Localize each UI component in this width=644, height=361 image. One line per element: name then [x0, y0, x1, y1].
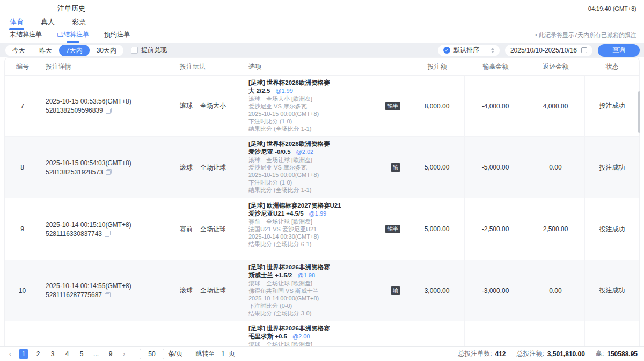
- sort-label: 默认排序: [453, 46, 479, 55]
- sort-select[interactable]: ✓ 默认排序: [438, 45, 500, 56]
- bet-table: 编号投注详情投注玩法选项投注额输赢金额返还金额状态 72025-10-15 00…: [4, 57, 640, 346]
- cell-row-number: 8: [5, 137, 40, 198]
- option-odds: @1.98: [298, 272, 316, 278]
- result-score: 结果比分 (全场比分 6-1): [248, 241, 379, 248]
- cell-bet-detail: 2025-10-14 00:14:41(GMT+8): [40, 321, 174, 346]
- subtab-unsettled[interactable]: 未结算注单: [9, 29, 43, 43]
- option-odds: @2.00: [292, 333, 310, 340]
- match-teams: 爱沙尼亚 VS 摩尔多瓦: [248, 103, 379, 110]
- tab-lottery[interactable]: 彩票: [71, 16, 87, 30]
- subtab-reserved[interactable]: 预约注单: [103, 29, 131, 43]
- page-size-input[interactable]: [140, 349, 164, 359]
- sort-arrows-icon: [491, 48, 494, 53]
- column-header-7: 返还金额: [526, 62, 585, 71]
- cell-row-number: 10: [5, 260, 40, 321]
- table-body: 72025-10-15 00:53:56(GMT+8)5281382509596…: [5, 76, 639, 346]
- result-badge: 输半: [385, 225, 400, 233]
- cell-play-type: 滚球全场让球: [174, 321, 244, 346]
- cell-play-type: 滚球全场让球: [174, 260, 244, 321]
- table-row: 82025-10-15 00:54:03(GMT+8)5281382531928…: [5, 137, 639, 198]
- cell-bet-detail: 2025-10-14 00:14:55(GMT+8)52811162877756…: [40, 260, 174, 321]
- cell-return-amount: 4,000.00: [526, 76, 585, 136]
- table-row: 92025-10-14 00:15:10(GMT+8)5281116330837…: [5, 198, 639, 260]
- option-league: [足球] 世界杯2026欧洲资格赛: [248, 79, 379, 86]
- server-time: 04:19:40 (GMT+8): [588, 5, 636, 12]
- search-button[interactable]: 查询: [598, 44, 640, 57]
- filter-right: ✓ 默认排序 2025/10/10-2025/10/16 查询: [433, 44, 640, 57]
- early-cashout-label[interactable]: 提前兑现: [141, 46, 167, 55]
- cell-bet-amount: 3,000.00: [409, 260, 465, 321]
- next-page-button[interactable]: ›: [120, 350, 128, 358]
- option-market: 赛前 全场让球 [欧洲盘]: [248, 218, 379, 225]
- calendar-icon: [581, 47, 587, 53]
- early-cashout-checkbox[interactable]: [131, 47, 138, 54]
- filter-bar: 今天昨天7天内30天内 提前兑现 ✓ 默认排序 2025/10/10-2025/…: [0, 43, 644, 57]
- page-button-4[interactable]: 4: [62, 349, 72, 359]
- jump-unit: 页: [229, 349, 235, 358]
- bet-score: 下注时比分 (1-0): [248, 179, 379, 186]
- page-button-9[interactable]: 9: [106, 349, 115, 359]
- column-header-3: 投注玩法: [174, 62, 244, 71]
- bet-time: 2025-10-15 00:54:03(GMT+8): [46, 159, 174, 167]
- option-selection-line: 大 2/2.5@1.99: [248, 87, 379, 94]
- total-count-label: 总投注单数:: [458, 349, 492, 358]
- result-badge: 输半: [385, 102, 400, 110]
- option-market: 滚球 全场大小 [欧洲盘]: [248, 95, 379, 102]
- table-row: 72025-10-15 00:53:56(GMT+8)5281382509596…: [5, 76, 639, 137]
- option-league: [足球] 世界杯2026非洲资格赛: [248, 325, 379, 332]
- copy-icon[interactable]: [105, 231, 111, 237]
- match-teams: 法国U21 VS 爱沙尼亚U21: [248, 226, 379, 233]
- ticket-line: 5281382509596839: [46, 107, 174, 114]
- range-7days[interactable]: 7天内: [59, 45, 90, 56]
- cell-bet-amount: 5,000.00: [409, 137, 465, 198]
- page-button-3[interactable]: 3: [48, 349, 57, 359]
- copy-icon[interactable]: [106, 108, 112, 114]
- match-time: 2025-10-14 00:00(GMT+8): [248, 295, 379, 302]
- page-button-5[interactable]: 5: [77, 349, 86, 359]
- tab-sports[interactable]: 体育: [9, 16, 25, 30]
- cell-play-type: 赛前全场让球: [174, 198, 244, 260]
- cell-win-loss: -3,000.00: [465, 260, 526, 321]
- range-yesterday[interactable]: 昨天: [32, 45, 59, 56]
- tab-live[interactable]: 真人: [40, 16, 56, 30]
- option-selection: 毛里求斯 +0.5: [248, 333, 287, 340]
- table-header: 编号投注详情投注玩法选项投注额输赢金额返还金额状态: [5, 58, 639, 76]
- cell-bet-detail: 2025-10-14 00:15:10(GMT+8)52811163308377…: [40, 198, 174, 260]
- bet-time: 2025-10-15 00:53:56(GMT+8): [46, 98, 174, 105]
- option-selection: 爱沙尼亚U21 +4.5/5: [248, 210, 304, 217]
- column-header-5: 投注额: [409, 62, 465, 71]
- prev-page-button[interactable]: ‹: [6, 350, 14, 358]
- play-market: 全场让球: [200, 286, 226, 295]
- ticket-number: 5281382531928573: [46, 168, 103, 176]
- table-row: 112025-10-14 00:14:41(GMT+8)滚球全场让球[足球] 世…: [5, 321, 639, 346]
- option-odds: @2.02: [296, 149, 314, 155]
- jump-page-input[interactable]: 1: [221, 350, 225, 358]
- option-odds: @1.99: [275, 87, 293, 94]
- total-amount-label: 总投注额:: [517, 349, 544, 358]
- page-button-2[interactable]: 2: [33, 349, 43, 359]
- page-button-1[interactable]: 1: [19, 349, 28, 359]
- cell-option: [足球] 世界杯2026非洲资格赛毛里求斯 +0.5@2.00滚球 全场让球 […: [244, 321, 409, 346]
- summary-count: 总投注单数: 412: [458, 349, 506, 358]
- cell-return-amount: 2,500.00: [526, 198, 585, 260]
- play-market: 全场让球: [200, 225, 226, 234]
- ticket-line: 5281116330837743: [46, 230, 174, 238]
- scrollbar-thumb[interactable]: [638, 91, 640, 133]
- range-30days[interactable]: 30天内: [90, 45, 123, 56]
- option-selection: 大 2/2.5: [248, 87, 270, 94]
- subtab-settled[interactable]: 已结算注单: [56, 29, 90, 43]
- check-circle-icon: ✓: [443, 47, 450, 54]
- bet-time: 2025-10-14 00:15:10(GMT+8): [46, 221, 174, 229]
- range-today[interactable]: 今天: [5, 45, 32, 56]
- date-range-picker[interactable]: 2025/10/10-2025/10/16: [505, 45, 592, 56]
- bet-history-page: 注单历史 04:19:40 (GMT+8) 体育真人彩票 未结算注单已结算注单预…: [0, 0, 644, 361]
- copy-icon[interactable]: [106, 169, 112, 175]
- result-score: 结果比分 (全场比分 1-1): [248, 126, 379, 132]
- cell-return-amount: 0.00: [526, 137, 585, 198]
- status-tabs: 未结算注单已结算注单预约注单: [9, 29, 131, 43]
- option-market: 滚球 全场让球 [欧洲盘]: [248, 157, 379, 164]
- copy-icon[interactable]: [105, 292, 111, 298]
- ticket-number: 5281382509596839: [46, 107, 103, 114]
- page-ellipsis: ...: [91, 349, 101, 359]
- category-tabs: 体育真人彩票: [0, 17, 644, 30]
